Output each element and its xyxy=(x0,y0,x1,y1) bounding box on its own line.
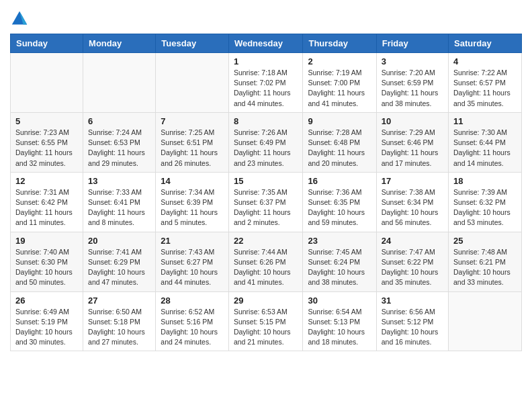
day-info: Sunrise: 7:45 AM Sunset: 6:24 PM Dayligh… xyxy=(308,247,371,288)
day-info: Sunrise: 6:53 AM Sunset: 5:15 PM Dayligh… xyxy=(234,307,298,348)
calendar-day-cell: 30Sunrise: 6:54 AM Sunset: 5:13 PM Dayli… xyxy=(303,291,376,351)
calendar-day-cell: 7Sunrise: 7:25 AM Sunset: 6:51 PM Daylig… xyxy=(156,112,229,172)
calendar-day-cell: 12Sunrise: 7:31 AM Sunset: 6:42 PM Dayli… xyxy=(11,172,83,232)
day-info: Sunrise: 7:44 AM Sunset: 6:26 PM Dayligh… xyxy=(234,247,298,288)
calendar-day-cell: 2Sunrise: 7:19 AM Sunset: 7:00 PM Daylig… xyxy=(303,53,376,113)
day-number: 30 xyxy=(308,295,371,306)
day-of-week-header: Tuesday xyxy=(156,34,229,53)
day-number: 4 xyxy=(453,56,517,66)
calendar-day-cell: 21Sunrise: 7:43 AM Sunset: 6:27 PM Dayli… xyxy=(156,232,229,291)
calendar-week-row: 12Sunrise: 7:31 AM Sunset: 6:42 PM Dayli… xyxy=(11,172,522,232)
day-number: 3 xyxy=(382,56,443,66)
calendar-week-row: 26Sunrise: 6:49 AM Sunset: 5:19 PM Dayli… xyxy=(11,291,522,351)
day-info: Sunrise: 7:26 AM Sunset: 6:49 PM Dayligh… xyxy=(234,128,298,169)
calendar-day-cell: 17Sunrise: 7:38 AM Sunset: 6:34 PM Dayli… xyxy=(376,172,448,232)
calendar-week-row: 5Sunrise: 7:23 AM Sunset: 6:55 PM Daylig… xyxy=(11,112,522,172)
calendar-day-cell: 18Sunrise: 7:39 AM Sunset: 6:32 PM Dayli… xyxy=(449,172,522,232)
day-info: Sunrise: 7:33 AM Sunset: 6:41 PM Dayligh… xyxy=(88,187,150,228)
calendar-day-cell: 26Sunrise: 6:49 AM Sunset: 5:19 PM Dayli… xyxy=(11,291,83,351)
day-number: 16 xyxy=(308,176,371,186)
day-of-week-header: Wednesday xyxy=(228,34,303,53)
calendar-day-cell: 9Sunrise: 7:28 AM Sunset: 6:48 PM Daylig… xyxy=(303,112,376,172)
header xyxy=(10,7,522,28)
day-info: Sunrise: 7:18 AM Sunset: 7:02 PM Dayligh… xyxy=(234,68,298,109)
logo xyxy=(10,9,32,28)
day-number: 20 xyxy=(88,236,150,246)
day-number: 14 xyxy=(161,176,224,186)
day-number: 21 xyxy=(161,236,224,246)
day-number: 19 xyxy=(15,236,78,246)
day-info: Sunrise: 7:30 AM Sunset: 6:44 PM Dayligh… xyxy=(453,128,517,169)
calendar-table: SundayMondayTuesdayWednesdayThursdayFrid… xyxy=(10,34,522,351)
calendar-day-cell: 16Sunrise: 7:36 AM Sunset: 6:35 PM Dayli… xyxy=(303,172,376,232)
day-number: 24 xyxy=(382,236,443,246)
day-info: Sunrise: 7:34 AM Sunset: 6:39 PM Dayligh… xyxy=(161,187,224,228)
day-number: 9 xyxy=(308,116,371,126)
day-info: Sunrise: 7:23 AM Sunset: 6:55 PM Dayligh… xyxy=(15,128,78,169)
calendar-day-cell: 29Sunrise: 6:53 AM Sunset: 5:15 PM Dayli… xyxy=(228,291,303,351)
day-number: 31 xyxy=(382,295,443,306)
day-info: Sunrise: 7:22 AM Sunset: 6:57 PM Dayligh… xyxy=(453,68,517,109)
day-info: Sunrise: 7:36 AM Sunset: 6:35 PM Dayligh… xyxy=(308,187,371,228)
day-number: 18 xyxy=(453,176,517,186)
calendar-day-cell: 20Sunrise: 7:41 AM Sunset: 6:29 PM Dayli… xyxy=(83,232,156,291)
day-number: 13 xyxy=(88,176,150,186)
calendar-day-cell: 5Sunrise: 7:23 AM Sunset: 6:55 PM Daylig… xyxy=(11,112,83,172)
day-number: 15 xyxy=(234,176,298,186)
page-container: SundayMondayTuesdayWednesdayThursdayFrid… xyxy=(0,0,532,361)
day-info: Sunrise: 6:50 AM Sunset: 5:18 PM Dayligh… xyxy=(88,307,150,348)
day-number: 7 xyxy=(161,116,224,126)
calendar-day-cell: 6Sunrise: 7:24 AM Sunset: 6:53 PM Daylig… xyxy=(83,112,156,172)
calendar-day-cell: 3Sunrise: 7:20 AM Sunset: 6:59 PM Daylig… xyxy=(376,53,448,113)
day-number: 23 xyxy=(308,236,371,246)
day-number: 1 xyxy=(234,56,298,66)
calendar-day-cell: 11Sunrise: 7:30 AM Sunset: 6:44 PM Dayli… xyxy=(449,112,522,172)
day-info: Sunrise: 7:43 AM Sunset: 6:27 PM Dayligh… xyxy=(161,247,224,288)
calendar-day-cell: 24Sunrise: 7:47 AM Sunset: 6:22 PM Dayli… xyxy=(376,232,448,291)
calendar-day-cell: 10Sunrise: 7:29 AM Sunset: 6:46 PM Dayli… xyxy=(376,112,448,172)
calendar-header-row: SundayMondayTuesdayWednesdayThursdayFrid… xyxy=(11,34,522,53)
day-number: 2 xyxy=(308,56,371,66)
calendar-day-cell: 15Sunrise: 7:35 AM Sunset: 6:37 PM Dayli… xyxy=(228,172,303,232)
day-number: 26 xyxy=(15,295,78,306)
day-number: 27 xyxy=(88,295,150,306)
calendar-day-cell: 22Sunrise: 7:44 AM Sunset: 6:26 PM Dayli… xyxy=(228,232,303,291)
day-number: 10 xyxy=(382,116,443,126)
calendar-week-row: 1Sunrise: 7:18 AM Sunset: 7:02 PM Daylig… xyxy=(11,53,522,113)
day-number: 17 xyxy=(382,176,443,186)
day-info: Sunrise: 7:41 AM Sunset: 6:29 PM Dayligh… xyxy=(88,247,150,288)
day-number: 22 xyxy=(234,236,298,246)
day-number: 8 xyxy=(234,116,298,126)
calendar-day-cell: 4Sunrise: 7:22 AM Sunset: 6:57 PM Daylig… xyxy=(449,53,522,113)
day-info: Sunrise: 7:28 AM Sunset: 6:48 PM Dayligh… xyxy=(308,128,371,169)
calendar-day-cell: 25Sunrise: 7:48 AM Sunset: 6:21 PM Dayli… xyxy=(449,232,522,291)
day-info: Sunrise: 7:48 AM Sunset: 6:21 PM Dayligh… xyxy=(453,247,517,288)
day-info: Sunrise: 7:19 AM Sunset: 7:00 PM Dayligh… xyxy=(308,68,371,109)
calendar-day-cell: 13Sunrise: 7:33 AM Sunset: 6:41 PM Dayli… xyxy=(83,172,156,232)
day-number: 5 xyxy=(15,116,78,126)
calendar-day-cell xyxy=(449,291,522,351)
calendar-day-cell xyxy=(11,53,83,113)
calendar-day-cell: 19Sunrise: 7:40 AM Sunset: 6:30 PM Dayli… xyxy=(11,232,83,291)
day-number: 29 xyxy=(234,295,298,306)
calendar-week-row: 19Sunrise: 7:40 AM Sunset: 6:30 PM Dayli… xyxy=(11,232,522,291)
calendar-day-cell: 8Sunrise: 7:26 AM Sunset: 6:49 PM Daylig… xyxy=(228,112,303,172)
day-info: Sunrise: 7:40 AM Sunset: 6:30 PM Dayligh… xyxy=(15,247,78,288)
day-of-week-header: Monday xyxy=(83,34,156,53)
day-number: 25 xyxy=(453,236,517,246)
logo-icon xyxy=(10,9,29,28)
calendar-day-cell xyxy=(156,53,229,113)
day-info: Sunrise: 7:31 AM Sunset: 6:42 PM Dayligh… xyxy=(15,187,78,228)
day-info: Sunrise: 6:49 AM Sunset: 5:19 PM Dayligh… xyxy=(15,307,78,348)
day-info: Sunrise: 6:54 AM Sunset: 5:13 PM Dayligh… xyxy=(308,307,371,348)
day-info: Sunrise: 7:29 AM Sunset: 6:46 PM Dayligh… xyxy=(382,128,443,169)
day-info: Sunrise: 7:47 AM Sunset: 6:22 PM Dayligh… xyxy=(382,247,443,288)
day-info: Sunrise: 7:39 AM Sunset: 6:32 PM Dayligh… xyxy=(453,187,517,228)
calendar-day-cell: 27Sunrise: 6:50 AM Sunset: 5:18 PM Dayli… xyxy=(83,291,156,351)
calendar-day-cell xyxy=(83,53,156,113)
calendar-day-cell: 1Sunrise: 7:18 AM Sunset: 7:02 PM Daylig… xyxy=(228,53,303,113)
day-info: Sunrise: 7:20 AM Sunset: 6:59 PM Dayligh… xyxy=(382,68,443,109)
day-of-week-header: Saturday xyxy=(449,34,522,53)
day-info: Sunrise: 6:52 AM Sunset: 5:16 PM Dayligh… xyxy=(161,307,224,348)
day-number: 6 xyxy=(88,116,150,126)
